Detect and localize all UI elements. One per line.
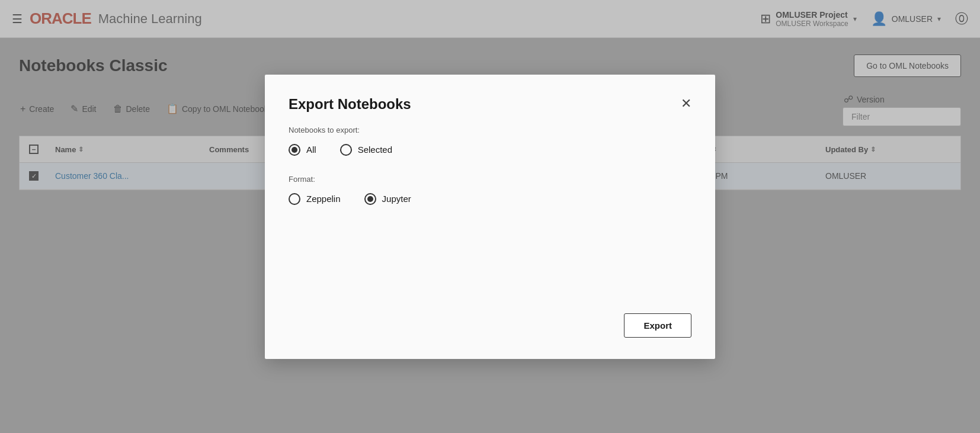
modal-footer: Export — [289, 299, 691, 338]
format-label: Format: — [289, 175, 691, 184]
radio-zeppelin-option[interactable]: Zeppelin — [289, 193, 341, 205]
export-notebooks-modal: Export Notebooks ✕ Notebooks to export: … — [265, 75, 715, 359]
radio-jupyter-circle — [364, 193, 376, 205]
radio-selected-option[interactable]: Selected — [340, 144, 392, 156]
radio-selected-label: Selected — [358, 145, 392, 155]
radio-all-label: All — [306, 145, 316, 155]
radio-selected-circle — [340, 144, 352, 156]
modal-close-button[interactable]: ✕ — [681, 97, 691, 110]
format-radio-group: Zeppelin Jupyter — [289, 193, 691, 205]
modal-title: Export Notebooks — [289, 96, 411, 113]
notebooks-radio-group: All Selected — [289, 144, 691, 156]
radio-jupyter-label: Jupyter — [382, 194, 411, 204]
radio-all-circle — [289, 144, 300, 156]
radio-zeppelin-circle — [289, 193, 300, 205]
notebooks-to-export-label: Notebooks to export: — [289, 126, 691, 134]
export-button[interactable]: Export — [624, 313, 691, 338]
radio-jupyter-option[interactable]: Jupyter — [364, 193, 411, 205]
radio-zeppelin-label: Zeppelin — [306, 194, 341, 204]
radio-all-option[interactable]: All — [289, 144, 316, 156]
modal-header: Export Notebooks ✕ — [289, 96, 691, 113]
modal-overlay: Export Notebooks ✕ Notebooks to export: … — [0, 0, 980, 433]
